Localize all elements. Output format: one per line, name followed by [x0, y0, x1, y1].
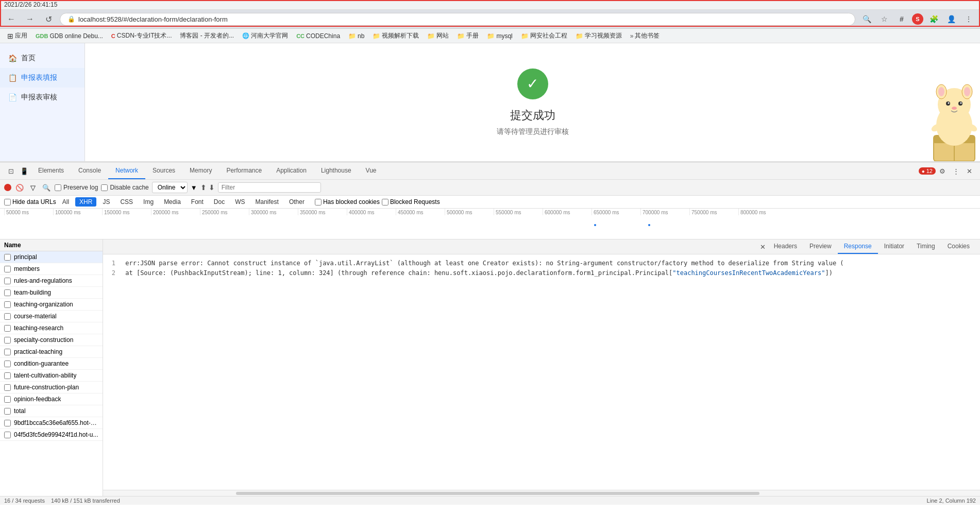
preserve-log-checkbox[interactable]: Preserve log — [55, 184, 98, 191]
bookmark-apps[interactable]: ⊞ 应用 — [4, 30, 30, 41]
address-input[interactable] — [78, 15, 848, 23]
bookmark-csdn[interactable]: C CSDN-专业IT技术... — [108, 30, 175, 41]
search-button[interactable]: 🔍 — [41, 182, 52, 193]
filter-js[interactable]: JS — [98, 197, 114, 207]
devtools-select-btn[interactable]: ⊡ — [4, 164, 18, 178]
has-blocked-cookies-checkbox[interactable]: Has blocked cookies — [315, 198, 380, 205]
bookmark-nb[interactable]: 📁 nb — [345, 31, 367, 41]
response-panel: ✕ Headers Preview Response Initiator Tim… — [103, 239, 980, 496]
tab-elements[interactable]: Elements — [31, 163, 71, 179]
bookmark-label: 河南大学官网 — [251, 31, 288, 40]
bookmark-henu[interactable]: 🌐 河南大学官网 — [239, 30, 291, 41]
tab-initiator[interactable]: Initiator — [878, 239, 910, 254]
bookmarks-bar: ⊞ 应用 GDB GDB online Debu... C CSDN-专业IT技… — [0, 29, 980, 43]
star-icon[interactable]: ☆ — [877, 12, 891, 26]
tab-response[interactable]: Response — [838, 239, 878, 254]
req-item-total[interactable]: total — [0, 405, 103, 417]
devtools-close-btn[interactable]: ✕ — [962, 164, 976, 178]
bookmark-cnblog[interactable]: 博客园 - 开发者的... — [177, 30, 237, 41]
error-badge[interactable]: ● 12 — [919, 167, 936, 175]
throttle-select[interactable]: Online — [152, 182, 188, 193]
req-item-teaching-org[interactable]: teaching-organization — [0, 299, 103, 311]
filter-ws[interactable]: WS — [231, 197, 249, 207]
bookmark-security[interactable]: 📁 网安社会工程 — [518, 30, 570, 41]
req-item-principal[interactable]: principal — [0, 251, 103, 263]
req-item-specialty[interactable]: specialty-construction — [0, 334, 103, 346]
req-item-future[interactable]: future-construction-plan — [0, 382, 103, 393]
req-item-course-material[interactable]: course-material — [0, 311, 103, 322]
filter-media[interactable]: Media — [160, 197, 185, 207]
req-item-rules[interactable]: rules-and-regulations — [0, 275, 103, 287]
puzzle-icon[interactable]: 🧩 — [926, 12, 941, 26]
profile-icon[interactable]: 👤 — [944, 12, 958, 26]
clear-button[interactable]: 🚫 — [14, 182, 25, 193]
bookmark-site[interactable]: 📁 网站 — [424, 30, 452, 41]
forward-button[interactable]: → — [23, 12, 37, 26]
tab-vue[interactable]: Vue — [359, 163, 384, 179]
tab-preview[interactable]: Preview — [803, 239, 838, 254]
req-item-hot2[interactable]: 04f5d3fc5de999424f1d.hot-u... — [0, 429, 103, 441]
devtools-device-btn[interactable]: 📱 — [18, 164, 31, 178]
filter-font[interactable]: Font — [187, 197, 208, 207]
filter-xhr[interactable]: XHR — [75, 197, 96, 207]
extension-icon[interactable]: S — [912, 13, 923, 25]
bookmark-more[interactable]: » 其他书签 — [627, 30, 663, 41]
bookmark-learning[interactable]: 📁 学习视频资源 — [572, 30, 625, 41]
bookmark-mysql[interactable]: 📁 mysql — [484, 31, 515, 41]
tab-memory[interactable]: Memory — [182, 163, 219, 179]
filter-doc[interactable]: Doc — [210, 197, 229, 207]
hide-data-urls-checkbox[interactable]: Hide data URLs — [4, 198, 56, 205]
devtools-more-btn[interactable]: ⋮ — [949, 164, 962, 178]
req-item-talent[interactable]: talent-cultivation-ability — [0, 370, 103, 382]
tab-sources[interactable]: Sources — [145, 163, 182, 179]
bookmark-codechina[interactable]: CC CODEChina — [293, 31, 343, 41]
tab-lighthouse[interactable]: Lighthouse — [314, 163, 359, 179]
sidebar-item-home[interactable]: 🏠 首页 — [0, 48, 85, 68]
tab-application[interactable]: Application — [269, 163, 314, 179]
filter-css[interactable]: CSS — [116, 197, 137, 207]
bookmark-gdb[interactable]: GDB GDB online Debu... — [32, 31, 106, 41]
sidebar-item-review[interactable]: 📄 申报表审核 — [0, 88, 85, 107]
req-item-members[interactable]: members — [0, 263, 103, 275]
hash-icon[interactable]: # — [894, 12, 909, 26]
record-button[interactable] — [4, 184, 11, 191]
tab-timing[interactable]: Timing — [910, 239, 941, 254]
refresh-button[interactable]: ↺ — [41, 12, 56, 26]
filter-manifest[interactable]: Manifest — [251, 197, 283, 207]
bookmark-manual[interactable]: 📁 手册 — [454, 30, 482, 41]
filter-all[interactable]: All — [58, 197, 73, 207]
bookmark-video[interactable]: 📁 视频解析下载 — [369, 30, 422, 41]
export-button[interactable]: ⬆ — [200, 183, 207, 192]
tab-headers[interactable]: Headers — [768, 239, 803, 254]
search-icon[interactable]: 🔍 — [859, 12, 874, 26]
req-item-team-building[interactable]: team-building — [0, 287, 103, 299]
menu-icon[interactable]: ⋮ — [961, 12, 976, 26]
browser-chrome: ← → ↺ 🔒 🔍 ☆ # S 🧩 👤 ⋮ — [0, 10, 980, 29]
req-item-hot1[interactable]: 9bdf1bcca5c36e6af655.hot-u... — [0, 417, 103, 429]
filter-toggle-button[interactable]: ▽ — [28, 182, 38, 193]
devtools-settings-btn[interactable]: ⚙ — [936, 164, 949, 178]
bookmark-label: mysql — [496, 32, 512, 40]
disable-cache-checkbox[interactable]: Disable cache — [101, 184, 148, 191]
filter-input[interactable] — [218, 182, 321, 193]
bookmark-label: 网安社会工程 — [530, 31, 567, 40]
back-button[interactable]: ← — [4, 12, 19, 26]
tab-network[interactable]: Network — [108, 163, 145, 179]
import-button[interactable]: ⬇ — [209, 183, 215, 192]
req-item-condition[interactable]: condition-guarantee — [0, 358, 103, 370]
req-item-practical[interactable]: practical-teaching — [0, 346, 103, 358]
tab-performance[interactable]: Performance — [219, 163, 269, 179]
filter-other[interactable]: Other — [285, 197, 309, 207]
tab-cookies[interactable]: Cookies — [941, 239, 976, 254]
sidebar-item-declaration[interactable]: 📋 申报表填报 — [0, 68, 85, 88]
response-close-button[interactable]: ✕ — [758, 241, 768, 253]
sidebar: 🏠 首页 📋 申报表填报 📄 申报表审核 — [0, 43, 85, 161]
tick-5: 300000 ms — [249, 209, 276, 215]
tab-console[interactable]: Console — [71, 163, 108, 179]
req-item-opinion[interactable]: opinion-feedback — [0, 393, 103, 405]
filter-img[interactable]: Img — [139, 197, 158, 207]
scrollbar-thumb[interactable] — [236, 492, 759, 495]
horizontal-scrollbar[interactable] — [103, 490, 980, 496]
blocked-requests-checkbox[interactable]: Blocked Requests — [382, 198, 440, 205]
req-item-teaching-research[interactable]: teaching-research — [0, 322, 103, 334]
